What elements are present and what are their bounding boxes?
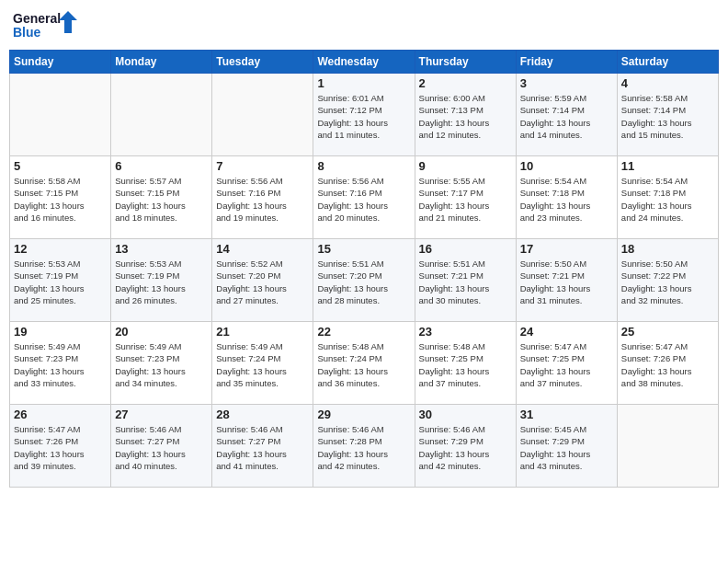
calendar-cell xyxy=(111,74,212,156)
day-header-friday: Friday xyxy=(516,51,617,74)
svg-text:General: General xyxy=(13,11,61,26)
day-header-saturday: Saturday xyxy=(617,51,718,74)
day-info: Sunrise: 6:00 AM Sunset: 7:13 PM Dayligh… xyxy=(419,92,512,141)
page-header: General Blue xyxy=(9,9,719,44)
calendar-cell: 21Sunrise: 5:49 AM Sunset: 7:24 PM Dayli… xyxy=(212,322,313,405)
calendar-cell: 30Sunrise: 5:46 AM Sunset: 7:29 PM Dayli… xyxy=(415,405,516,488)
day-info: Sunrise: 5:46 AM Sunset: 7:27 PM Dayligh… xyxy=(115,423,208,472)
calendar-cell: 2Sunrise: 6:00 AM Sunset: 7:13 PM Daylig… xyxy=(415,74,516,156)
calendar-cell xyxy=(212,74,313,156)
day-info: Sunrise: 5:52 AM Sunset: 7:20 PM Dayligh… xyxy=(216,258,309,306)
calendar-week-row: 12Sunrise: 5:53 AM Sunset: 7:19 PM Dayli… xyxy=(10,239,719,322)
calendar-week-row: 26Sunrise: 5:47 AM Sunset: 7:26 PM Dayli… xyxy=(10,405,719,488)
day-number: 13 xyxy=(115,242,208,256)
calendar-cell: 18Sunrise: 5:50 AM Sunset: 7:22 PM Dayli… xyxy=(617,239,718,322)
calendar-cell: 17Sunrise: 5:50 AM Sunset: 7:21 PM Dayli… xyxy=(516,239,617,322)
day-number: 8 xyxy=(317,159,410,173)
day-number: 26 xyxy=(14,408,107,421)
day-info: Sunrise: 5:49 AM Sunset: 7:23 PM Dayligh… xyxy=(115,340,208,389)
calendar-body: 1Sunrise: 6:01 AM Sunset: 7:12 PM Daylig… xyxy=(10,74,719,488)
day-info: Sunrise: 5:47 AM Sunset: 7:26 PM Dayligh… xyxy=(621,340,714,389)
calendar-week-row: 1Sunrise: 6:01 AM Sunset: 7:12 PM Daylig… xyxy=(10,74,719,156)
calendar-cell xyxy=(10,74,111,156)
calendar-cell: 20Sunrise: 5:49 AM Sunset: 7:23 PM Dayli… xyxy=(111,322,212,405)
calendar-cell: 11Sunrise: 5:54 AM Sunset: 7:18 PM Dayli… xyxy=(617,156,718,239)
calendar-cell: 3Sunrise: 5:59 AM Sunset: 7:14 PM Daylig… xyxy=(516,74,617,156)
day-info: Sunrise: 5:55 AM Sunset: 7:17 PM Dayligh… xyxy=(419,175,512,224)
logo-svg: General Blue xyxy=(13,9,77,44)
calendar-cell: 5Sunrise: 5:58 AM Sunset: 7:15 PM Daylig… xyxy=(10,156,111,239)
calendar-header-row: SundayMondayTuesdayWednesdayThursdayFrid… xyxy=(10,51,719,74)
svg-text:Blue: Blue xyxy=(13,25,41,40)
calendar-cell: 31Sunrise: 5:45 AM Sunset: 7:29 PM Dayli… xyxy=(516,405,617,488)
day-number: 11 xyxy=(621,159,714,173)
day-number: 17 xyxy=(520,242,613,256)
calendar-table: SundayMondayTuesdayWednesdayThursdayFrid… xyxy=(9,50,719,488)
day-info: Sunrise: 5:46 AM Sunset: 7:27 PM Dayligh… xyxy=(216,423,309,472)
day-header-sunday: Sunday xyxy=(10,51,111,74)
day-number: 23 xyxy=(419,325,512,339)
day-number: 16 xyxy=(419,242,512,256)
day-info: Sunrise: 5:53 AM Sunset: 7:19 PM Dayligh… xyxy=(14,258,107,306)
day-number: 22 xyxy=(317,325,410,339)
calendar-cell: 25Sunrise: 5:47 AM Sunset: 7:26 PM Dayli… xyxy=(617,322,718,405)
calendar-cell: 14Sunrise: 5:52 AM Sunset: 7:20 PM Dayli… xyxy=(212,239,313,322)
day-number: 29 xyxy=(317,408,410,421)
day-info: Sunrise: 5:47 AM Sunset: 7:25 PM Dayligh… xyxy=(520,340,613,389)
day-number: 10 xyxy=(520,159,613,173)
calendar-cell: 26Sunrise: 5:47 AM Sunset: 7:26 PM Dayli… xyxy=(10,405,111,488)
day-info: Sunrise: 5:46 AM Sunset: 7:28 PM Dayligh… xyxy=(317,423,410,472)
day-number: 20 xyxy=(115,325,208,339)
calendar-cell: 10Sunrise: 5:54 AM Sunset: 7:18 PM Dayli… xyxy=(516,156,617,239)
day-number: 7 xyxy=(216,159,309,173)
day-info: Sunrise: 5:58 AM Sunset: 7:14 PM Dayligh… xyxy=(621,92,714,141)
calendar-cell: 19Sunrise: 5:49 AM Sunset: 7:23 PM Dayli… xyxy=(10,322,111,405)
calendar-cell: 28Sunrise: 5:46 AM Sunset: 7:27 PM Dayli… xyxy=(212,405,313,488)
day-info: Sunrise: 5:56 AM Sunset: 7:16 PM Dayligh… xyxy=(216,175,309,224)
svg-marker-2 xyxy=(59,11,77,33)
day-info: Sunrise: 5:47 AM Sunset: 7:26 PM Dayligh… xyxy=(14,423,107,472)
day-info: Sunrise: 5:49 AM Sunset: 7:23 PM Dayligh… xyxy=(14,340,107,389)
day-info: Sunrise: 5:45 AM Sunset: 7:29 PM Dayligh… xyxy=(520,423,613,472)
day-number: 18 xyxy=(621,242,714,256)
day-info: Sunrise: 5:50 AM Sunset: 7:22 PM Dayligh… xyxy=(621,258,714,306)
calendar-cell: 6Sunrise: 5:57 AM Sunset: 7:15 PM Daylig… xyxy=(111,156,212,239)
calendar-cell: 13Sunrise: 5:53 AM Sunset: 7:19 PM Dayli… xyxy=(111,239,212,322)
calendar-cell: 16Sunrise: 5:51 AM Sunset: 7:21 PM Dayli… xyxy=(415,239,516,322)
day-number: 1 xyxy=(317,76,410,90)
calendar-cell: 15Sunrise: 5:51 AM Sunset: 7:20 PM Dayli… xyxy=(313,239,415,322)
day-number: 14 xyxy=(216,242,309,256)
day-info: Sunrise: 5:54 AM Sunset: 7:18 PM Dayligh… xyxy=(520,175,613,224)
calendar-cell: 27Sunrise: 5:46 AM Sunset: 7:27 PM Dayli… xyxy=(111,405,212,488)
calendar-cell: 12Sunrise: 5:53 AM Sunset: 7:19 PM Dayli… xyxy=(10,239,111,322)
day-number: 3 xyxy=(520,76,613,90)
calendar-cell: 24Sunrise: 5:47 AM Sunset: 7:25 PM Dayli… xyxy=(516,322,617,405)
day-info: Sunrise: 5:58 AM Sunset: 7:15 PM Dayligh… xyxy=(14,175,107,224)
day-header-tuesday: Tuesday xyxy=(212,51,313,74)
day-number: 21 xyxy=(216,325,309,339)
day-header-thursday: Thursday xyxy=(415,51,516,74)
calendar-cell: 7Sunrise: 5:56 AM Sunset: 7:16 PM Daylig… xyxy=(212,156,313,239)
logo: General Blue xyxy=(13,9,77,44)
calendar-cell: 22Sunrise: 5:48 AM Sunset: 7:24 PM Dayli… xyxy=(313,322,415,405)
day-number: 28 xyxy=(216,408,309,421)
day-number: 30 xyxy=(419,408,512,421)
day-number: 12 xyxy=(14,242,107,256)
day-info: Sunrise: 5:48 AM Sunset: 7:25 PM Dayligh… xyxy=(419,340,512,389)
calendar-week-row: 19Sunrise: 5:49 AM Sunset: 7:23 PM Dayli… xyxy=(10,322,719,405)
day-number: 31 xyxy=(520,408,613,421)
day-number: 6 xyxy=(115,159,208,173)
day-number: 27 xyxy=(115,408,208,421)
day-info: Sunrise: 5:51 AM Sunset: 7:20 PM Dayligh… xyxy=(317,258,410,306)
calendar-cell xyxy=(617,405,718,488)
day-info: Sunrise: 5:53 AM Sunset: 7:19 PM Dayligh… xyxy=(115,258,208,306)
day-number: 2 xyxy=(419,76,512,90)
calendar-cell: 23Sunrise: 5:48 AM Sunset: 7:25 PM Dayli… xyxy=(415,322,516,405)
day-number: 24 xyxy=(520,325,613,339)
calendar-cell: 8Sunrise: 5:56 AM Sunset: 7:16 PM Daylig… xyxy=(313,156,415,239)
day-number: 5 xyxy=(14,159,107,173)
day-header-wednesday: Wednesday xyxy=(313,51,415,74)
day-info: Sunrise: 5:54 AM Sunset: 7:18 PM Dayligh… xyxy=(621,175,714,224)
day-info: Sunrise: 5:46 AM Sunset: 7:29 PM Dayligh… xyxy=(419,423,512,472)
day-number: 4 xyxy=(621,76,714,90)
